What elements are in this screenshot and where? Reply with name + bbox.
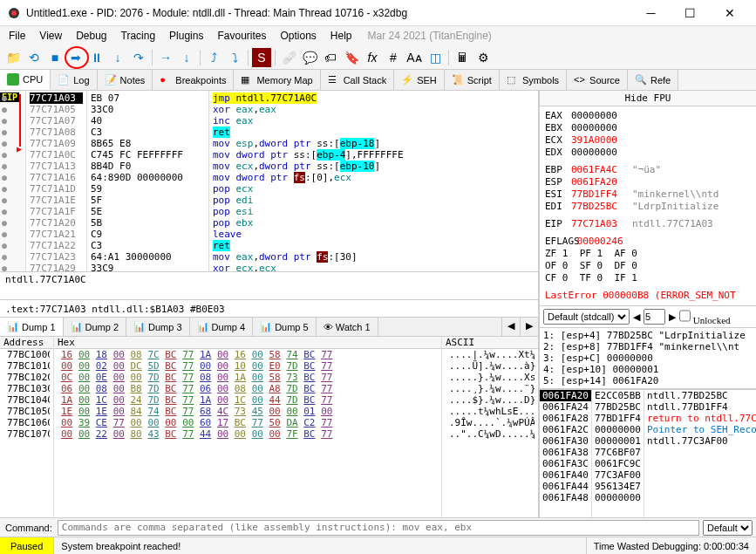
tab-cpu[interactable]: CPU	[0, 70, 51, 90]
address-column: 77C71A0377C71A0577C71A0777C71A0877C71A09…	[26, 91, 87, 271]
cpu-icon	[7, 73, 19, 85]
unlocked-checkbox[interactable]: Unlocked	[679, 308, 731, 325]
variables-icon[interactable]: #	[384, 48, 403, 67]
ref-icon: 🔍	[635, 74, 647, 86]
dump-icon: 📊	[7, 321, 19, 332]
calling-convention-select[interactable]: Default (stdcall)	[543, 309, 630, 325]
trace-over-icon[interactable]: ↓	[177, 48, 196, 67]
info-line: ntdll.77C71A0C	[0, 271, 538, 285]
stack-icon: ☰	[328, 74, 340, 86]
run-icon[interactable]: ➡	[66, 48, 85, 67]
command-mode-select[interactable]: Default	[703, 520, 753, 536]
seh-icon: ⚡	[401, 74, 413, 86]
tab-dump4[interactable]: 📊Dump 4	[190, 318, 254, 336]
tab-notes[interactable]: 📝Notes	[98, 70, 153, 90]
tab-watch1[interactable]: 👁Watch 1	[317, 318, 378, 336]
arg-count-input[interactable]	[644, 309, 665, 325]
stack-args[interactable]: 1: [esp+4] 77BD25BC "LdrpInitialize2: [e…	[540, 327, 756, 388]
step-into-icon[interactable]: ↓	[108, 48, 127, 67]
patches-icon[interactable]: 🩹	[279, 48, 298, 67]
dump-view[interactable]: Address77BC100077BC101077BC102077BC10307…	[0, 336, 538, 517]
tab-log[interactable]: 📄Log	[51, 70, 97, 90]
tab-script[interactable]: 📜Script	[445, 70, 500, 90]
pause-icon[interactable]: ⏸	[87, 48, 106, 67]
fpu-toggle[interactable]: Hide FPU	[540, 91, 756, 106]
nav-right-icon[interactable]: ▶	[669, 311, 676, 323]
tab-dump1[interactable]: 📊Dump 1	[0, 318, 64, 336]
version-label: Mar 24 2021 (TitanEngine)	[368, 30, 492, 42]
notes-icon: 📝	[105, 74, 117, 86]
dump-nav-left[interactable]: ◀	[501, 318, 520, 336]
tab-memory-map[interactable]: ▦Memory Map	[234, 70, 320, 90]
disassembly-view[interactable]: EIP ●●●●●●●●●●●●●●●●●●●●●●●● 77C71A0377C…	[0, 91, 538, 271]
menu-options[interactable]: Options	[275, 28, 321, 44]
toolbar: 📁 ⟲ ■ ➡ ⏸ ↓ ↷ → ↓ ⤴ ⤵ S 🩹 💬 🏷 🔖 fx # Aᴀ …	[0, 45, 756, 70]
window-title: Untitled1.exe - PID: 2076 - Module: ntdl…	[26, 7, 631, 19]
dump-addr-header: Address	[0, 337, 53, 349]
menu-file[interactable]: File	[3, 28, 31, 44]
settings-icon[interactable]: ⚙	[473, 48, 493, 67]
command-bar: Command: Default	[0, 517, 756, 537]
status-paused: Paused	[0, 537, 54, 554]
maximize-button[interactable]: ☐	[671, 1, 710, 25]
tab-source[interactable]: <>Source	[567, 70, 628, 90]
menu-tracing[interactable]: Tracing	[116, 28, 161, 44]
assembly-column: jmp ntdll.77C71A0Cxor eax,eaxinc eaxretm…	[209, 91, 538, 271]
tab-symbols[interactable]: ⬚Symbols	[500, 70, 567, 90]
menu-help[interactable]: Help	[325, 28, 358, 44]
log-icon: 📄	[58, 74, 70, 86]
dump-icon: 📊	[133, 321, 146, 332]
comments-icon[interactable]: 💬	[300, 48, 319, 67]
menubar: File View Debug Tracing Plugins Favourit…	[0, 26, 756, 45]
scylla-icon[interactable]: S	[252, 48, 271, 67]
functions-icon[interactable]: fx	[363, 48, 382, 67]
stack-controls: Default (stdcall) ◀ ▶ Unlocked	[540, 305, 756, 327]
source-icon: <>	[574, 74, 586, 86]
menu-view[interactable]: View	[34, 28, 67, 44]
run-till-icon[interactable]: ⤵	[225, 48, 244, 67]
bytes-column: EB 0733C040C38B65 E8C745 FC FEFFFFFF8B4D…	[87, 91, 209, 271]
calls-icon[interactable]: ◫	[426, 48, 445, 67]
tab-dump2[interactable]: 📊Dump 2	[64, 318, 127, 336]
stack-view[interactable]: 0061FA200061FA240061FA280061FA2C0061FA30…	[540, 388, 756, 517]
tab-seh[interactable]: ⚡SEH	[394, 70, 445, 90]
status-time: Time Wasted Debugging: 0:00:00:34	[586, 537, 756, 554]
nav-left-icon[interactable]: ◀	[633, 311, 640, 323]
jump-arrow	[19, 94, 21, 147]
close-button[interactable]: ✕	[710, 1, 749, 25]
tab-call-stack[interactable]: ☰Call Stack	[321, 70, 395, 90]
open-icon[interactable]: 📁	[3, 48, 23, 67]
dump-nav-right[interactable]: ▶	[520, 318, 538, 336]
stop-icon[interactable]: ■	[45, 48, 65, 67]
svg-point-1	[11, 10, 17, 16]
step-over-icon[interactable]: ↷	[129, 48, 148, 67]
tab-references[interactable]: 🔍Refe	[628, 70, 678, 90]
labels-icon[interactable]: 🏷	[321, 48, 340, 67]
watch-icon: 👁	[324, 322, 333, 332]
tab-dump5[interactable]: 📊Dump 5	[253, 318, 317, 336]
command-input[interactable]	[58, 520, 699, 536]
trace-into-icon[interactable]: →	[156, 48, 175, 67]
script-icon: 📜	[452, 74, 464, 86]
command-label: Command:	[0, 523, 58, 533]
menu-plugins[interactable]: Plugins	[164, 28, 208, 44]
bookmarks-icon[interactable]: 🔖	[342, 48, 361, 67]
dump-ascii-header: ASCII	[442, 337, 538, 349]
run-to-icon[interactable]: ⤴	[204, 48, 223, 67]
calc-icon[interactable]: 🖩	[453, 48, 472, 67]
dump-icon: 📊	[71, 321, 83, 332]
statusbar: Paused System breakpoint reached! Time W…	[0, 537, 756, 554]
restart-icon[interactable]: ⟲	[24, 48, 44, 67]
registers-view[interactable]: EAX00000000 EBX00000000 ECX391A0000 EDX0…	[540, 106, 756, 305]
menu-favourites[interactable]: Favourites	[212, 28, 271, 44]
menu-debug[interactable]: Debug	[71, 28, 112, 44]
tab-breakpoints[interactable]: ●Breakpoints	[153, 70, 234, 90]
section-line: .text:77C71A03 ntdll.dll:$B1A03 #B0E03	[0, 299, 538, 317]
breakpoint-icon: ●	[160, 74, 172, 86]
view-tabs: CPU 📄Log 📝Notes ●Breakpoints ▦Memory Map…	[0, 70, 756, 91]
status-message: System breakpoint reached!	[54, 537, 585, 554]
minimize-button[interactable]: ─	[631, 1, 671, 25]
tab-dump3[interactable]: 📊Dump 3	[126, 318, 190, 336]
breakpoint-gutter[interactable]: ●●●●●●●●●●●●●●●●●●●●●●●●	[2, 92, 7, 271]
strings-icon[interactable]: Aᴀ	[405, 48, 424, 67]
